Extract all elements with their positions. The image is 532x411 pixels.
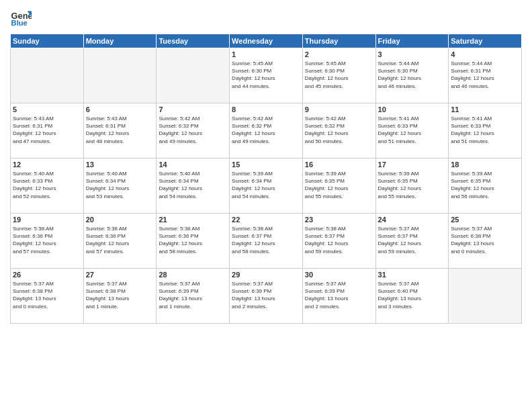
day-info: Sunrise: 5:40 AM Sunset: 6:34 PM Dayligh… — [86, 170, 154, 200]
day-header-tuesday: Tuesday — [157, 34, 230, 48]
day-info: Sunrise: 5:45 AM Sunset: 6:30 PM Dayligh… — [232, 60, 300, 90]
day-number: 17 — [378, 161, 447, 169]
day-number: 14 — [159, 161, 227, 169]
calendar-cell: 22Sunrise: 5:38 AM Sunset: 6:37 PM Dayli… — [230, 214, 303, 269]
day-info: Sunrise: 5:37 AM Sunset: 6:40 PM Dayligh… — [378, 280, 447, 310]
day-number: 27 — [86, 271, 154, 279]
day-number: 18 — [451, 161, 519, 169]
calendar-cell: 30Sunrise: 5:37 AM Sunset: 6:39 PM Dayli… — [302, 269, 375, 324]
day-number: 15 — [232, 161, 300, 169]
day-number: 11 — [451, 105, 519, 113]
day-info: Sunrise: 5:39 AM Sunset: 6:34 PM Dayligh… — [232, 170, 300, 200]
calendar-cell: 2Sunrise: 5:45 AM Sunset: 6:30 PM Daylig… — [302, 48, 375, 103]
day-info: Sunrise: 5:37 AM Sunset: 6:39 PM Dayligh… — [159, 280, 227, 310]
calendar-cell: 3Sunrise: 5:44 AM Sunset: 6:30 PM Daylig… — [375, 48, 449, 103]
day-number: 12 — [13, 161, 81, 169]
day-number: 26 — [13, 271, 81, 279]
calendar-cell: 29Sunrise: 5:37 AM Sunset: 6:39 PM Dayli… — [230, 269, 303, 324]
calendar-cell — [83, 48, 157, 103]
day-info: Sunrise: 5:37 AM Sunset: 6:37 PM Dayligh… — [378, 225, 447, 255]
calendar-cell — [449, 269, 522, 324]
day-info: Sunrise: 5:45 AM Sunset: 6:30 PM Dayligh… — [305, 60, 373, 90]
day-number: 16 — [305, 161, 373, 169]
calendar-cell: 28Sunrise: 5:37 AM Sunset: 6:39 PM Dayli… — [157, 269, 230, 324]
calendar-cell: 13Sunrise: 5:40 AM Sunset: 6:34 PM Dayli… — [83, 158, 157, 214]
calendar-cell: 16Sunrise: 5:39 AM Sunset: 6:35 PM Dayli… — [302, 158, 375, 214]
day-number: 24 — [378, 216, 447, 224]
calendar-cell — [157, 48, 230, 103]
calendar-cell: 20Sunrise: 5:38 AM Sunset: 6:36 PM Dayli… — [83, 214, 157, 269]
day-number: 30 — [305, 271, 373, 279]
calendar-cell: 31Sunrise: 5:37 AM Sunset: 6:40 PM Dayli… — [375, 269, 449, 324]
day-info: Sunrise: 5:38 AM Sunset: 6:36 PM Dayligh… — [13, 225, 81, 255]
calendar-cell: 17Sunrise: 5:39 AM Sunset: 6:35 PM Dayli… — [375, 158, 449, 214]
calendar-cell: 27Sunrise: 5:37 AM Sunset: 6:38 PM Dayli… — [83, 269, 157, 324]
calendar-cell — [11, 48, 84, 103]
day-info: Sunrise: 5:39 AM Sunset: 6:35 PM Dayligh… — [305, 170, 373, 200]
day-number: 20 — [86, 216, 154, 224]
day-header-monday: Monday — [83, 34, 157, 48]
day-info: Sunrise: 5:42 AM Sunset: 6:32 PM Dayligh… — [232, 115, 300, 145]
day-number: 23 — [305, 216, 373, 224]
day-number: 4 — [451, 50, 519, 58]
day-info: Sunrise: 5:42 AM Sunset: 6:32 PM Dayligh… — [305, 115, 373, 145]
day-info: Sunrise: 5:37 AM Sunset: 6:38 PM Dayligh… — [13, 280, 81, 310]
day-info: Sunrise: 5:37 AM Sunset: 6:39 PM Dayligh… — [305, 280, 373, 310]
day-info: Sunrise: 5:41 AM Sunset: 6:33 PM Dayligh… — [378, 115, 447, 145]
calendar-cell: 8Sunrise: 5:42 AM Sunset: 6:32 PM Daylig… — [230, 103, 303, 158]
calendar-cell: 1Sunrise: 5:45 AM Sunset: 6:30 PM Daylig… — [230, 48, 303, 103]
day-number: 29 — [232, 271, 300, 279]
calendar-table: SundayMondayTuesdayWednesdayThursdayFrid… — [10, 34, 522, 324]
day-number: 10 — [378, 105, 447, 113]
day-number: 9 — [305, 105, 373, 113]
calendar-cell: 23Sunrise: 5:38 AM Sunset: 6:37 PM Dayli… — [302, 214, 375, 269]
day-number: 28 — [159, 271, 227, 279]
day-info: Sunrise: 5:37 AM Sunset: 6:38 PM Dayligh… — [86, 280, 154, 310]
day-number: 31 — [378, 271, 447, 279]
day-info: Sunrise: 5:43 AM Sunset: 6:31 PM Dayligh… — [86, 115, 154, 145]
day-info: Sunrise: 5:39 AM Sunset: 6:35 PM Dayligh… — [451, 170, 519, 200]
day-info: Sunrise: 5:37 AM Sunset: 6:38 PM Dayligh… — [451, 225, 519, 255]
calendar-cell: 12Sunrise: 5:40 AM Sunset: 6:33 PM Dayli… — [11, 158, 84, 214]
calendar-cell: 24Sunrise: 5:37 AM Sunset: 6:37 PM Dayli… — [375, 214, 449, 269]
day-header-thursday: Thursday — [302, 34, 375, 48]
day-number: 25 — [451, 216, 519, 224]
calendar-cell: 5Sunrise: 5:43 AM Sunset: 6:31 PM Daylig… — [11, 103, 84, 158]
svg-text:Blue: Blue — [11, 19, 28, 27]
day-number: 5 — [13, 105, 81, 113]
day-info: Sunrise: 5:40 AM Sunset: 6:34 PM Dayligh… — [159, 170, 227, 200]
day-header-saturday: Saturday — [449, 34, 522, 48]
calendar-cell: 26Sunrise: 5:37 AM Sunset: 6:38 PM Dayli… — [11, 269, 84, 324]
day-number: 21 — [159, 216, 227, 224]
day-info: Sunrise: 5:43 AM Sunset: 6:31 PM Dayligh… — [13, 115, 81, 145]
day-info: Sunrise: 5:38 AM Sunset: 6:36 PM Dayligh… — [159, 225, 227, 255]
day-info: Sunrise: 5:41 AM Sunset: 6:33 PM Dayligh… — [451, 115, 519, 145]
day-number: 3 — [378, 50, 447, 58]
day-number: 2 — [305, 50, 373, 58]
calendar-cell: 7Sunrise: 5:42 AM Sunset: 6:32 PM Daylig… — [157, 103, 230, 158]
day-number: 13 — [86, 161, 154, 169]
day-info: Sunrise: 5:40 AM Sunset: 6:33 PM Dayligh… — [13, 170, 81, 200]
day-number: 22 — [232, 216, 300, 224]
day-info: Sunrise: 5:38 AM Sunset: 6:37 PM Dayligh… — [232, 225, 300, 255]
day-number: 1 — [232, 50, 300, 58]
calendar-cell: 18Sunrise: 5:39 AM Sunset: 6:35 PM Dayli… — [449, 158, 522, 214]
day-info: Sunrise: 5:37 AM Sunset: 6:39 PM Dayligh… — [232, 280, 300, 310]
day-number: 8 — [232, 105, 300, 113]
day-info: Sunrise: 5:39 AM Sunset: 6:35 PM Dayligh… — [378, 170, 447, 200]
day-info: Sunrise: 5:44 AM Sunset: 6:31 PM Dayligh… — [451, 60, 519, 90]
day-number: 7 — [159, 105, 227, 113]
day-header-sunday: Sunday — [11, 34, 84, 48]
calendar-cell: 11Sunrise: 5:41 AM Sunset: 6:33 PM Dayli… — [449, 103, 522, 158]
calendar-cell: 14Sunrise: 5:40 AM Sunset: 6:34 PM Dayli… — [157, 158, 230, 214]
day-info: Sunrise: 5:38 AM Sunset: 6:37 PM Dayligh… — [305, 225, 373, 255]
day-number: 19 — [13, 216, 81, 224]
logo: General Blue — [10, 7, 32, 28]
page-header: General Blue — [10, 7, 522, 28]
day-header-wednesday: Wednesday — [230, 34, 303, 48]
day-info: Sunrise: 5:44 AM Sunset: 6:30 PM Dayligh… — [378, 60, 447, 90]
calendar-cell: 6Sunrise: 5:43 AM Sunset: 6:31 PM Daylig… — [83, 103, 157, 158]
calendar-cell: 10Sunrise: 5:41 AM Sunset: 6:33 PM Dayli… — [375, 103, 449, 158]
calendar-cell: 9Sunrise: 5:42 AM Sunset: 6:32 PM Daylig… — [302, 103, 375, 158]
calendar-cell: 15Sunrise: 5:39 AM Sunset: 6:34 PM Dayli… — [230, 158, 303, 214]
